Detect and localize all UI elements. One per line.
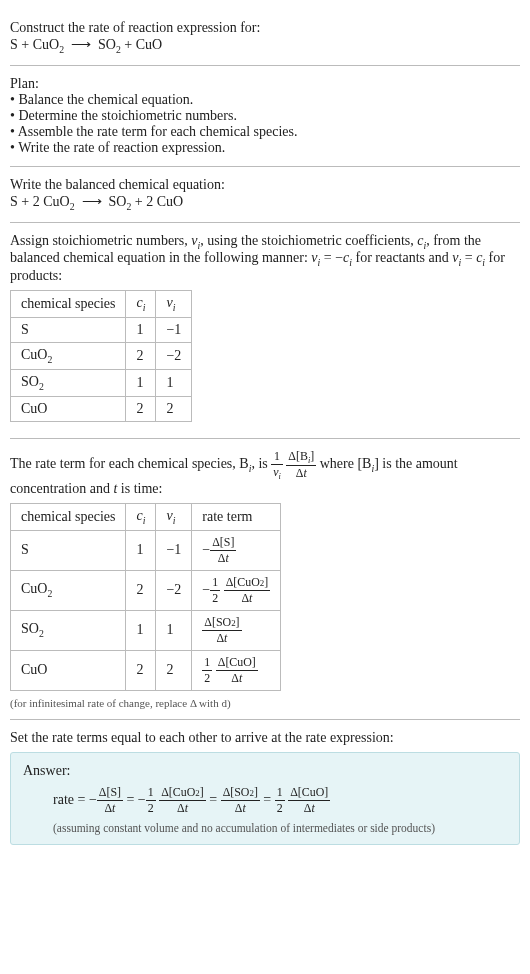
eq-sub2: 2 bbox=[59, 44, 64, 55]
col-species: chemical species bbox=[11, 291, 126, 318]
stoich-table: chemical species ci νi S 1 −1 CuO2 2 −2 … bbox=[10, 290, 192, 421]
col-nui: νi bbox=[156, 291, 192, 318]
rate-term-section: The rate term for each chemical species,… bbox=[10, 439, 520, 720]
table-row: S 1 −1 bbox=[11, 317, 192, 342]
prompt-line1: Construct the rate of reaction expressio… bbox=[10, 20, 520, 36]
balanced-section: Write the balanced chemical equation: S … bbox=[10, 167, 520, 223]
table-header-row: chemical species ci νi rate term bbox=[11, 503, 281, 530]
plan-item-2: • Assemble the rate term for each chemic… bbox=[10, 124, 520, 140]
plan-section: Plan: • Balance the chemical equation. •… bbox=[10, 66, 520, 167]
plan-item-1: • Determine the stoichiometric numbers. bbox=[10, 108, 520, 124]
balanced-equation: S + 2 CuO2 ⟶ SO2 + 2 CuO bbox=[10, 193, 520, 212]
plan-heading: Plan: bbox=[10, 76, 520, 92]
table-row: CuO2 2 −2 bbox=[11, 342, 192, 369]
eq-rhs-a: SO bbox=[98, 37, 116, 52]
col-ci: ci bbox=[126, 291, 156, 318]
frac-1-over-nu: 1νi bbox=[271, 449, 283, 481]
stoich-section: Assign stoichiometric numbers, νi, using… bbox=[10, 223, 520, 439]
plan-item-0: • Balance the chemical equation. bbox=[10, 92, 520, 108]
assumption-note: (assuming constant volume and no accumul… bbox=[53, 822, 507, 834]
eq-arrow: ⟶ bbox=[71, 37, 91, 52]
answer-box: Answer: rate = −Δ[S]Δt = −12 Δ[CuO2]Δt =… bbox=[10, 752, 520, 845]
frac-dBi-dt: Δ[Bi]Δt bbox=[286, 449, 316, 481]
prompt-equation: S + CuO2 ⟶ SO2 + CuO bbox=[10, 36, 520, 55]
table-row: CuO 2 2 12 Δ[CuO]Δt bbox=[11, 650, 281, 690]
rate-expression: rate = −Δ[S]Δt = −12 Δ[CuO2]Δt = Δ[SO2]Δ… bbox=[53, 785, 507, 816]
table-row: S 1 −1 −Δ[S]Δt bbox=[11, 530, 281, 570]
table-header-row: chemical species ci νi bbox=[11, 291, 192, 318]
bal-rhs-a: SO bbox=[109, 194, 127, 209]
final-heading: Set the rate terms equal to each other t… bbox=[10, 730, 520, 746]
answer-label: Answer: bbox=[23, 763, 507, 779]
table-row: SO2 1 1 Δ[SO2]Δt bbox=[11, 610, 281, 650]
infinitesimal-note: (for infinitesimal rate of change, repla… bbox=[10, 697, 520, 709]
table-row: CuO 2 2 bbox=[11, 396, 192, 421]
bal-lhs: S + 2 CuO bbox=[10, 194, 70, 209]
prompt-section: Construct the rate of reaction expressio… bbox=[10, 10, 520, 66]
plan-item-3: • Write the rate of reaction expression. bbox=[10, 140, 520, 156]
bal-arrow: ⟶ bbox=[82, 194, 102, 209]
final-section: Set the rate terms equal to each other t… bbox=[10, 720, 520, 855]
table-row: CuO2 2 −2 −12 Δ[CuO2]Δt bbox=[11, 570, 281, 610]
stoich-intro: Assign stoichiometric numbers, νi, using… bbox=[10, 233, 520, 285]
rate-term-table: chemical species ci νi rate term S 1 −1 … bbox=[10, 503, 281, 691]
bal-rhs-b: + 2 CuO bbox=[131, 194, 183, 209]
eq-lhs: S + CuO bbox=[10, 37, 59, 52]
table-row: SO2 1 1 bbox=[11, 369, 192, 396]
balanced-heading: Write the balanced chemical equation: bbox=[10, 177, 520, 193]
eq-rhs-b: + CuO bbox=[121, 37, 162, 52]
rate-term-intro: The rate term for each chemical species,… bbox=[10, 449, 520, 497]
